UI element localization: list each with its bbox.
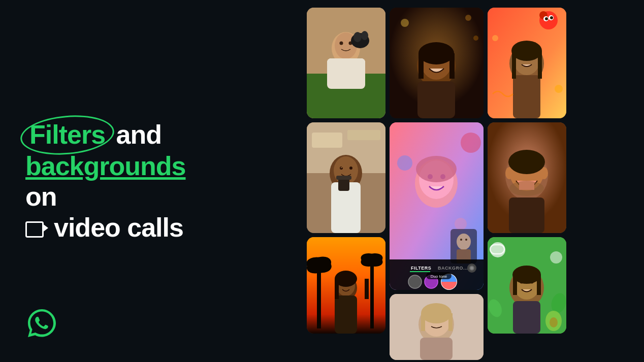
headline-line1: Filters and bbox=[25, 119, 208, 151]
svg-rect-50 bbox=[449, 53, 455, 79]
headline: Filters and backgrounds on video calls bbox=[25, 119, 208, 243]
svg-point-57 bbox=[461, 133, 481, 153]
svg-point-58 bbox=[397, 155, 412, 171]
svg-rect-37 bbox=[365, 279, 369, 299]
card-man-dog bbox=[307, 8, 385, 118]
card-woman-cartoon bbox=[488, 8, 566, 118]
svg-text:FILTERS: FILTERS bbox=[411, 266, 431, 271]
headline-line2: backgrounds on bbox=[25, 151, 208, 212]
man-laughing-image bbox=[488, 122, 566, 233]
svg-rect-125 bbox=[513, 301, 540, 334]
card-filter-duo: FILTERS BACKGRO... Duo tone bbox=[390, 122, 484, 290]
svg-point-59 bbox=[455, 218, 467, 230]
svg-rect-15 bbox=[347, 130, 380, 140]
svg-point-48 bbox=[418, 42, 454, 64]
svg-point-41 bbox=[465, 15, 471, 21]
svg-point-4 bbox=[339, 42, 343, 45]
card-man-cartoon-green bbox=[488, 237, 566, 334]
svg-rect-47 bbox=[417, 81, 455, 118]
col-2: FILTERS BACKGRO... Duo tone bbox=[390, 8, 484, 354]
svg-point-112 bbox=[508, 150, 545, 174]
page-wrapper: Filters and backgrounds on video calls bbox=[0, 0, 644, 362]
svg-rect-36 bbox=[335, 279, 339, 299]
col-3 bbox=[488, 8, 566, 354]
svg-rect-14 bbox=[312, 133, 342, 148]
woman-cartoon-image bbox=[488, 8, 566, 118]
svg-point-91 bbox=[545, 17, 548, 20]
filter-duo-image: FILTERS BACKGRO... Duo tone bbox=[390, 122, 484, 290]
svg-rect-34 bbox=[335, 295, 357, 334]
svg-point-83 bbox=[421, 303, 452, 323]
svg-point-8 bbox=[353, 32, 362, 42]
video-camera-icon bbox=[25, 219, 48, 237]
svg-rect-27 bbox=[370, 262, 374, 328]
svg-rect-82 bbox=[420, 338, 453, 360]
and-text: and bbox=[116, 120, 162, 149]
svg-rect-100 bbox=[538, 51, 542, 79]
left-panel: Filters and backgrounds on video calls bbox=[0, 0, 234, 362]
card-woman-neutral bbox=[390, 294, 484, 360]
man-coffee-image bbox=[307, 122, 385, 233]
svg-rect-11 bbox=[327, 58, 365, 89]
svg-point-62 bbox=[460, 239, 462, 241]
svg-rect-24 bbox=[317, 268, 321, 328]
svg-rect-67 bbox=[410, 271, 430, 272]
svg-rect-99 bbox=[512, 51, 516, 79]
card-man-coffee bbox=[307, 122, 385, 233]
card-woman-dark bbox=[390, 8, 484, 118]
right-panel: FILTERS BACKGRO... Duo tone bbox=[234, 0, 644, 362]
col-1 bbox=[307, 8, 385, 354]
svg-point-40 bbox=[401, 19, 409, 27]
video-calls-text: video calls bbox=[54, 213, 183, 243]
svg-point-115 bbox=[550, 251, 562, 264]
headline-line3: video calls bbox=[25, 213, 208, 243]
whatsapp-icon bbox=[25, 307, 58, 340]
svg-point-120 bbox=[550, 317, 558, 327]
backgrounds-word: backgrounds bbox=[25, 151, 186, 181]
svg-point-72 bbox=[408, 275, 422, 288]
svg-point-42 bbox=[473, 36, 478, 41]
filters-circled-word: Filters bbox=[25, 119, 109, 151]
svg-rect-111 bbox=[509, 198, 544, 233]
svg-point-61 bbox=[457, 234, 471, 250]
man-cartoon-green-image bbox=[488, 237, 566, 334]
svg-rect-84 bbox=[421, 313, 425, 331]
woman-sunset-image bbox=[307, 237, 385, 334]
svg-rect-127 bbox=[513, 275, 517, 295]
filters-word: Filters bbox=[29, 120, 105, 149]
man-dog-image bbox=[307, 8, 385, 118]
woman-neutral-image bbox=[390, 294, 484, 360]
on-text: on bbox=[25, 182, 57, 211]
svg-point-108 bbox=[509, 181, 544, 196]
whatsapp-logo bbox=[25, 307, 58, 342]
svg-point-9 bbox=[361, 31, 368, 40]
svg-rect-49 bbox=[418, 53, 424, 79]
svg-rect-128 bbox=[537, 275, 541, 295]
svg-point-101 bbox=[555, 85, 563, 93]
svg-rect-97 bbox=[513, 75, 540, 118]
woman-dark-image bbox=[390, 8, 484, 118]
svg-point-63 bbox=[465, 239, 467, 241]
svg-point-102 bbox=[492, 35, 498, 41]
svg-rect-85 bbox=[448, 313, 453, 331]
card-man-laughing bbox=[488, 122, 566, 233]
svg-point-71 bbox=[470, 267, 473, 270]
svg-point-19 bbox=[349, 167, 352, 170]
svg-text:Duo tone: Duo tone bbox=[430, 274, 447, 279]
svg-point-92 bbox=[550, 16, 553, 19]
card-woman-sunset bbox=[307, 237, 385, 334]
svg-point-56 bbox=[416, 156, 457, 182]
svg-rect-22 bbox=[336, 176, 351, 180]
svg-text:BACKGRO...: BACKGRO... bbox=[438, 266, 468, 271]
